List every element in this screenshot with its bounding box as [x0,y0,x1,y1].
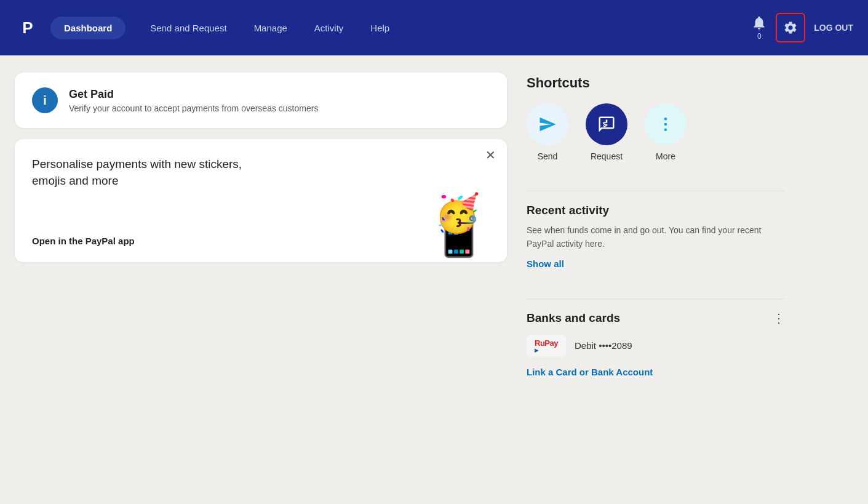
paypal-logo: P [15,15,41,41]
more-icon-circle [645,103,687,145]
recent-activity-section: Recent activity See when funds come in a… [527,204,785,286]
notification-bell[interactable]: 0 [751,15,767,41]
link-bank-link[interactable]: Link a Card or Bank Account [527,367,653,377]
shortcuts-title: Shortcuts [527,75,785,91]
banks-header: Banks and cards ⋮ [527,311,785,325]
shortcut-more[interactable]: More [645,103,687,161]
get-paid-card: i Get Paid Verify your account to accept… [15,73,507,128]
dashboard-nav-button[interactable]: Dashboard [50,17,125,39]
banks-menu-icon[interactable]: ⋮ [773,312,785,324]
promo-close-button[interactable]: ✕ [485,149,496,161]
info-icon: i [32,87,58,113]
more-label: More [656,151,675,161]
shortcut-request[interactable]: $ Request [586,103,627,161]
settings-button[interactable] [776,13,805,42]
svg-point-4 [664,123,667,126]
get-paid-text: Get Paid Verify your account to accept p… [69,88,318,113]
divider-2 [527,298,785,299]
divider-1 [527,191,785,191]
bank-debit-info: Debit ••••2089 [575,340,632,351]
promo-emoji: 📱🥳 [428,201,490,256]
svg-text:P: P [22,18,33,37]
rupay-logo: RuPay ▶ [527,335,566,357]
activity-nav-button[interactable]: Activity [301,23,357,33]
svg-point-5 [664,129,667,132]
notification-count: 0 [757,32,762,41]
promo-open-link[interactable]: Open in the PayPal app [32,236,135,246]
navbar: P Dashboard Send and Request Manage Acti… [0,0,868,55]
manage-nav-button[interactable]: Manage [241,23,301,33]
promo-text: Personalise payments with new stickers, … [32,156,266,189]
request-icon-circle: $ [586,103,627,145]
send-request-nav-button[interactable]: Send and Request [137,23,240,33]
left-column: i Get Paid Verify your account to accept… [15,73,507,378]
request-label: Request [591,151,623,161]
shortcuts-section: Shortcuts Send $ [527,73,785,178]
recent-activity-title: Recent activity [527,204,785,217]
promo-card: ✕ Personalise payments with new stickers… [15,139,507,262]
bank-item: RuPay ▶ Debit ••••2089 [527,335,785,357]
shortcuts-row: Send $ Request [527,103,785,161]
get-paid-title: Get Paid [69,88,318,101]
banks-cards-section: Banks and cards ⋮ RuPay ▶ Debit ••••2089… [527,311,785,378]
get-paid-description: Verify your account to accept payments f… [69,103,318,113]
send-label: Send [538,151,558,161]
svg-text:$: $ [603,121,607,128]
banks-title: Banks and cards [527,311,620,325]
main-content: i Get Paid Verify your account to accept… [0,55,868,395]
shortcut-send[interactable]: Send [527,103,568,161]
recent-activity-description: See when funds come in and go out. You c… [527,223,785,251]
svg-point-3 [664,118,667,121]
help-nav-button[interactable]: Help [357,23,403,33]
send-icon-circle [527,103,568,145]
logout-button[interactable]: LOG OUT [814,23,853,33]
show-all-link[interactable]: Show all [527,258,564,269]
right-column: Shortcuts Send $ [527,73,785,378]
